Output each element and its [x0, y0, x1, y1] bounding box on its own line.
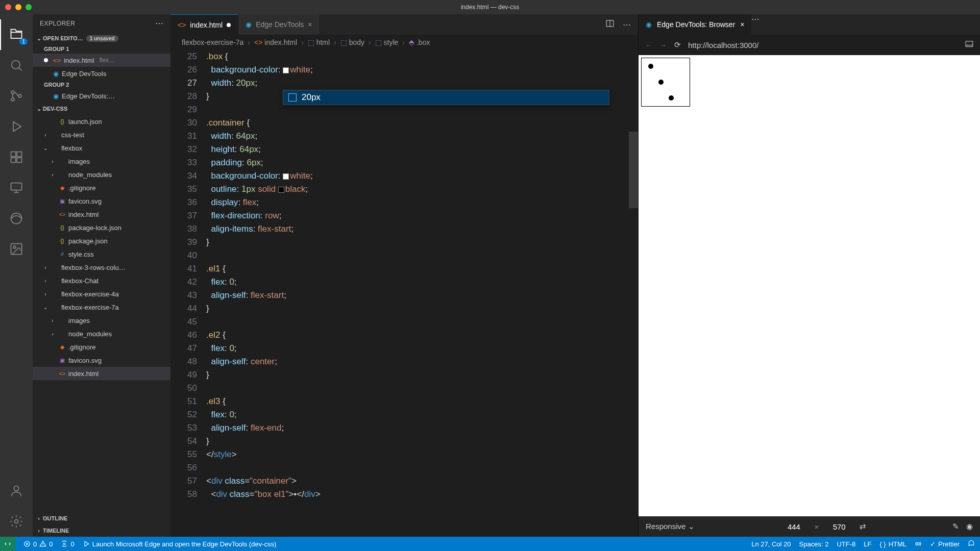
tree-item[interactable]: <>index.html	[33, 208, 170, 221]
breadcrumb-item[interactable]: ⬚ html	[308, 38, 330, 46]
close-window-button[interactable]	[5, 4, 11, 10]
code-content[interactable]: 20px .box { background-color: white; wid…	[206, 50, 638, 537]
code-editor[interactable]: 2526272829303132333435363738394041424344…	[170, 50, 638, 537]
indentation-button[interactable]: Spaces: 2	[799, 540, 829, 548]
emulation-settings-icon[interactable]: ◉	[966, 522, 973, 531]
close-tab-icon[interactable]: ×	[740, 20, 744, 29]
back-icon[interactable]: ←	[645, 41, 652, 49]
problems-button[interactable]: 0 0	[23, 540, 53, 548]
tree-item[interactable]: ⌄flexbox-exercise-7a	[33, 300, 170, 314]
url-input[interactable]	[688, 41, 958, 49]
svg-point-2	[11, 98, 14, 101]
editor-group: <>index.html◉Edge DevTools× ⋯ flexbox-ex…	[170, 14, 638, 537]
language-mode-button[interactable]: { } HTML	[879, 540, 906, 548]
ports-button[interactable]: 0	[61, 540, 74, 548]
html-icon: <>	[178, 21, 186, 29]
settings-gear-icon[interactable]	[0, 506, 33, 537]
open-editor-item[interactable]: ◉Edge DevTools	[33, 67, 170, 80]
tree-item[interactable]: ›images	[33, 314, 170, 327]
open-editors-header[interactable]: ⌄ OPEN EDITO… 1 unsaved	[33, 32, 170, 44]
explorer-icon[interactable]: 1	[0, 19, 33, 50]
svg-rect-6	[11, 158, 16, 162]
browser-viewport[interactable]	[639, 55, 980, 516]
search-icon[interactable]	[0, 50, 33, 81]
tree-item[interactable]: <>index.html	[33, 367, 170, 380]
tree-item[interactable]: ◆.gitignore	[33, 181, 170, 194]
breadcrumb-item[interactable]: <> index.html	[254, 38, 297, 46]
device-select[interactable]: Responsive ⌄	[646, 522, 695, 531]
tree-item[interactable]: ⌄flexbox	[33, 141, 170, 155]
tree-item[interactable]: ›css-test	[33, 128, 170, 141]
cursor-position[interactable]: Ln 27, Col 20	[751, 540, 791, 548]
breadcrumb-item[interactable]: ⬚ body	[340, 38, 364, 46]
tree-item[interactable]: ›node_modules	[33, 327, 170, 340]
tree-item[interactable]: ▣favicon.svg	[33, 194, 170, 208]
tree-item[interactable]: ▣favicon.svg	[33, 354, 170, 367]
tree-item[interactable]: #style.css	[33, 247, 170, 261]
viewport-height-input[interactable]	[826, 522, 852, 531]
forward-icon[interactable]: →	[659, 41, 667, 49]
explorer-sidebar: EXPLORER ⋯ ⌄ OPEN EDITO… 1 unsaved GROUP…	[33, 14, 170, 537]
encoding-button[interactable]: UTF-8	[837, 540, 855, 548]
prettier-button[interactable]: Prettier	[930, 540, 960, 548]
breadcrumb-item[interactable]: ⬚ style	[375, 38, 399, 46]
remote-explorer-icon[interactable]	[0, 172, 33, 203]
css-icon: #	[58, 250, 66, 258]
open-editor-item[interactable]: ◉Edge DevTools:…	[33, 89, 170, 103]
tree-item[interactable]: ›flexbox-Chat	[33, 274, 170, 287]
group-1-label: GROUP 1	[33, 44, 170, 54]
close-tab-icon[interactable]: ×	[308, 20, 312, 29]
viewport-width-input[interactable]	[780, 522, 807, 531]
edge-tools-icon[interactable]	[0, 203, 33, 234]
browser-more-icon[interactable]: ⋯	[751, 15, 760, 23]
browser-tab[interactable]: ◉ Edge DevTools: Browser ×	[639, 14, 751, 35]
svg-point-1	[11, 91, 14, 94]
launch-task-button[interactable]: Launch Microsoft Edge and open the Edge …	[83, 540, 277, 548]
editor-tab[interactable]: <>index.html	[170, 14, 238, 35]
tree-item[interactable]: ›node_modules	[33, 168, 170, 181]
breadcrumb[interactable]: flexbox-exercise-7a›<> index.html›⬚ html…	[170, 35, 638, 50]
sidebar-more-icon[interactable]: ⋯	[155, 18, 164, 28]
edge-icon: ◉	[53, 70, 59, 78]
tree-item[interactable]: {}package.json	[33, 234, 170, 247]
tree-item[interactable]: ›images	[33, 155, 170, 168]
notifications-icon[interactable]	[968, 540, 975, 547]
remote-indicator[interactable]	[0, 537, 15, 551]
source-control-icon[interactable]	[0, 81, 33, 111]
tree-item[interactable]: {}package-lock.json	[33, 221, 170, 234]
open-editor-item[interactable]: <>index.htmlflex…	[33, 54, 170, 67]
window-title: index.html — dev-css	[461, 4, 520, 11]
editor-more-icon[interactable]: ⋯	[623, 20, 631, 30]
title-bar: index.html — dev-css	[0, 0, 980, 14]
timeline-header[interactable]: ›TIMELINE	[33, 524, 170, 537]
rotate-icon[interactable]: ⇄	[860, 522, 866, 531]
tree-item[interactable]: ›flexbox-3-rows-colu…	[33, 261, 170, 274]
tree-item[interactable]: ›flexbox-exercise-4a	[33, 287, 170, 300]
screenshot-icon[interactable]: ✎	[952, 522, 959, 531]
accounts-icon[interactable]	[0, 475, 33, 506]
svg-point-18	[917, 543, 920, 545]
minimap-thumb[interactable]	[629, 132, 638, 208]
eol-button[interactable]: LF	[864, 540, 871, 548]
breadcrumb-item[interactable]: flexbox-exercise-7a	[182, 38, 243, 46]
autocomplete-popup[interactable]: 20px	[283, 90, 609, 105]
image-preview-icon[interactable]	[0, 234, 33, 264]
tree-item[interactable]: {}launch.json	[33, 115, 170, 128]
go-live-button[interactable]	[915, 540, 922, 547]
extensions-icon[interactable]	[0, 142, 33, 172]
tree-item[interactable]: ◆.gitignore	[33, 340, 170, 354]
autocomplete-item[interactable]: 20px	[283, 90, 609, 105]
devtools-dock-icon[interactable]	[965, 40, 974, 51]
minimize-window-button[interactable]	[15, 4, 21, 10]
outline-header[interactable]: ›OUTLINE	[33, 512, 170, 524]
reload-icon[interactable]: ⟳	[674, 40, 681, 49]
maximize-window-button[interactable]	[26, 4, 32, 10]
folder-icon	[51, 290, 59, 298]
split-editor-icon[interactable]	[605, 19, 615, 30]
editor-tab[interactable]: ◉Edge DevTools×	[238, 14, 320, 35]
breadcrumb-item[interactable]: ⬘ .box	[409, 38, 430, 46]
json-icon: {}	[58, 117, 66, 126]
project-header[interactable]: ⌄ DEV-CSS	[33, 103, 170, 115]
minimap[interactable]	[629, 50, 638, 537]
run-debug-icon[interactable]	[0, 111, 33, 142]
